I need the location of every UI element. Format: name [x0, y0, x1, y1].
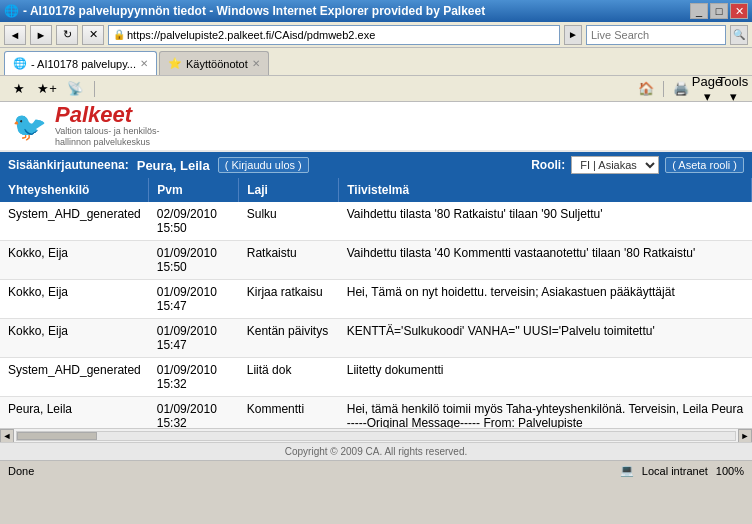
col-header-contact: Yhteyshenkilö: [0, 178, 149, 202]
col-header-type: Laji: [239, 178, 339, 202]
toolbar-separator-2: [663, 81, 664, 97]
toolbar-separator-1: [94, 81, 95, 97]
cell-summary: KENTTÄ='Sulkukoodi' VANHA='' UUSI='Palve…: [339, 319, 752, 358]
cell-date: 01/09/2010 15:32: [149, 397, 239, 429]
tab-ai10178[interactable]: 🌐 - AI10178 palvelupy... ✕: [4, 51, 157, 75]
palkeet-subtitle-1: Valtion talous- ja henkilös-: [55, 126, 159, 137]
scroll-track[interactable]: [16, 431, 736, 441]
address-input[interactable]: [127, 29, 555, 41]
table-row: Peura, Leila01/09/2010 15:32KommenttiHei…: [0, 397, 752, 429]
set-role-button[interactable]: ( Aseta rooli ): [665, 157, 744, 173]
cell-type: Kirjaa ratkaisu: [239, 280, 339, 319]
forward-button[interactable]: ►: [30, 25, 52, 45]
back-button[interactable]: ◄: [4, 25, 26, 45]
table-row: Kokko, Eija01/09/2010 15:50RatkaistuVaih…: [0, 241, 752, 280]
minimize-button[interactable]: _: [690, 3, 708, 19]
cell-type: Kommentti: [239, 397, 339, 429]
add-favorites-button[interactable]: ★+: [36, 79, 58, 99]
cell-type: Ratkaistu: [239, 241, 339, 280]
home-button[interactable]: 🏠: [635, 79, 657, 99]
tabs-bar: 🌐 - AI10178 palvelupy... ✕ ⭐ Käyttöönoto…: [0, 48, 752, 76]
table-row: Kokko, Eija01/09/2010 15:47Kirjaa ratkai…: [0, 280, 752, 319]
col-header-date: Pvm: [149, 178, 239, 202]
scroll-left-button[interactable]: ◄: [0, 429, 14, 443]
tab-ai10178-label: - AI10178 palvelupy...: [31, 58, 136, 70]
table-area: Yhteyshenkilö Pvm Laji Tiivistelmä Syste…: [0, 178, 752, 442]
activity-table: Yhteyshenkilö Pvm Laji Tiivistelmä Syste…: [0, 178, 752, 428]
close-button[interactable]: ✕: [730, 3, 748, 19]
copyright-text: Copyright © 2009 CA. All rights reserved…: [285, 446, 467, 457]
address-bar: ◄ ► ↻ ✕ 🔒 ► 🔍: [0, 22, 752, 48]
palkeet-logo-text: Palkeet: [55, 104, 159, 126]
copyright-bar: Copyright © 2009 CA. All rights reserved…: [0, 442, 752, 460]
palkeet-bird-icon: 🐦: [12, 110, 47, 143]
status-intranet: Local intranet: [642, 465, 708, 477]
scroll-right-button[interactable]: ►: [738, 429, 752, 443]
logout-button[interactable]: ( Kirjaudu ulos ): [218, 157, 309, 173]
cell-type: Liitä dok: [239, 358, 339, 397]
role-select[interactable]: FI | Asiakas: [571, 156, 659, 174]
tab-kayttoonotot-label: Käyttöönotot: [186, 58, 248, 70]
status-bar: Done 💻 Local intranet 100%: [0, 460, 752, 480]
title-bar: 🌐 - AI10178 palvelupyynnön tiedot - Wind…: [0, 0, 752, 22]
feeds-button[interactable]: 📡: [64, 79, 86, 99]
search-field-wrap: [586, 25, 726, 45]
table-row: System_AHD_generated01/09/2010 15:32Liit…: [0, 358, 752, 397]
ie-icon: 🌐: [4, 4, 19, 18]
table-wrapper[interactable]: Yhteyshenkilö Pvm Laji Tiivistelmä Syste…: [0, 178, 752, 428]
tab-kayttoonotot[interactable]: ⭐ Käyttöönotot ✕: [159, 51, 269, 75]
cell-contact: System_AHD_generated: [0, 202, 149, 241]
cell-summary: Vaihdettu tilasta '80 Ratkaistu' tilaan …: [339, 202, 752, 241]
role-label: Rooli:: [531, 158, 565, 172]
table-row: System_AHD_generated02/09/2010 15:50Sulk…: [0, 202, 752, 241]
tab-ie-icon: 🌐: [13, 57, 27, 70]
sisaan-label: Sisäänkirjautuneena:: [8, 158, 129, 172]
role-section: Rooli: FI | Asiakas ( Aseta rooli ): [531, 156, 744, 174]
cell-type: Sulku: [239, 202, 339, 241]
user-bar: Sisäänkirjautuneena: Peura, Leila ( Kirj…: [0, 152, 752, 178]
cell-contact: Peura, Leila: [0, 397, 149, 429]
search-input[interactable]: [591, 29, 721, 41]
palkeet-logo: 🐦 Palkeet Valtion talous- ja henkilös- h…: [12, 104, 159, 148]
window-title: - AI10178 palvelupyynnön tiedot - Window…: [23, 4, 485, 18]
main-content: 🐦 Palkeet Valtion talous- ja henkilös- h…: [0, 102, 752, 460]
cell-contact: Kokko, Eija: [0, 319, 149, 358]
tab-close-kayttoonotot[interactable]: ✕: [252, 58, 260, 69]
cell-contact: Kokko, Eija: [0, 280, 149, 319]
logo-text-block: Palkeet Valtion talous- ja henkilös- hal…: [55, 104, 159, 148]
status-right: 💻 Local intranet 100%: [620, 464, 744, 477]
refresh-button[interactable]: ↻: [56, 25, 78, 45]
status-computer-icon: 💻: [620, 464, 634, 477]
scroll-thumb[interactable]: [17, 432, 97, 440]
horizontal-scrollbar[interactable]: ◄ ►: [0, 428, 752, 442]
cell-date: 02/09/2010 15:50: [149, 202, 239, 241]
palkeet-header: 🐦 Palkeet Valtion talous- ja henkilös- h…: [0, 102, 752, 152]
search-button[interactable]: 🔍: [730, 25, 748, 45]
user-name: Peura, Leila: [137, 158, 210, 173]
status-zoom: 100%: [716, 465, 744, 477]
cell-contact: System_AHD_generated: [0, 358, 149, 397]
ssl-lock-icon: 🔒: [113, 29, 125, 40]
cell-summary: Hei, tämä henkilö toimii myös Taha-yhtey…: [339, 397, 752, 429]
address-field-wrap: 🔒: [108, 25, 560, 45]
cell-date: 01/09/2010 15:47: [149, 319, 239, 358]
cell-date: 01/09/2010 15:32: [149, 358, 239, 397]
table-header-row: Yhteyshenkilö Pvm Laji Tiivistelmä: [0, 178, 752, 202]
cell-summary: Liitetty dokumentti: [339, 358, 752, 397]
ie-toolbar: ★ ★+ 📡 🏠 🖨️ Page ▾ Tools ▾: [0, 76, 752, 102]
maximize-button[interactable]: □: [710, 3, 728, 19]
cell-summary: Hei, Tämä on nyt hoidettu. terveisin; As…: [339, 280, 752, 319]
stop-button[interactable]: ✕: [82, 25, 104, 45]
tools-button[interactable]: Tools ▾: [722, 79, 744, 99]
go-button[interactable]: ►: [564, 25, 582, 45]
cell-type: Kentän päivitys: [239, 319, 339, 358]
palkeet-subtitle-2: hallinnon palvelukeskus: [55, 137, 159, 148]
col-header-summary: Tiivistelmä: [339, 178, 752, 202]
favorites-star-button[interactable]: ★: [8, 79, 30, 99]
tab-close-ai10178[interactable]: ✕: [140, 58, 148, 69]
cell-contact: Kokko, Eija: [0, 241, 149, 280]
cell-summary: Vaihdettu tilasta '40 Kommentti vastaano…: [339, 241, 752, 280]
page-button[interactable]: Page ▾: [696, 79, 718, 99]
toolbar-right: 🏠 🖨️ Page ▾ Tools ▾: [635, 79, 744, 99]
print-button[interactable]: 🖨️: [670, 79, 692, 99]
